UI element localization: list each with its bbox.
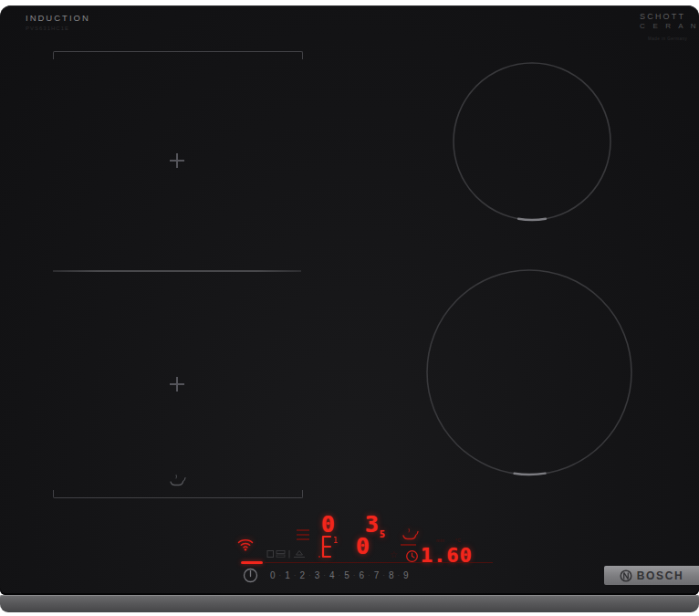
move-mode-indicator bbox=[297, 529, 309, 543]
timer-unit-min: min bbox=[436, 538, 444, 543]
level-separator: · bbox=[294, 571, 297, 579]
bosch-symbol-icon bbox=[620, 569, 632, 582]
power-level-key-3[interactable]: 3 bbox=[315, 570, 320, 580]
hood-control-icon[interactable] bbox=[294, 551, 305, 558]
flex-zone-bottom-bracket bbox=[53, 490, 303, 498]
flex-zone-divider bbox=[53, 270, 301, 272]
glass-fineprint: Made in Germany bbox=[648, 37, 687, 41]
glass-brand-ceran: C E R A N bbox=[640, 22, 699, 30]
restart-icon[interactable] bbox=[276, 551, 285, 558]
flex-zone-top-bracket bbox=[53, 51, 303, 59]
level-separator: · bbox=[353, 571, 356, 579]
power-level-row[interactable]: 0·1·2·3·4·5·6·7·8·9 bbox=[270, 570, 453, 580]
frying-sensor-pan-icon bbox=[168, 473, 186, 487]
flex-indicator-superscript: 1 bbox=[333, 536, 338, 545]
power-level-key-2[interactable]: 2 bbox=[299, 570, 305, 580]
bosch-logo-text: BOSCH bbox=[637, 569, 683, 582]
power-level-key-7[interactable]: 7 bbox=[374, 570, 380, 580]
level-separator: · bbox=[308, 571, 311, 579]
power-level-key-4[interactable]: 4 bbox=[329, 570, 335, 580]
slider-track[interactable] bbox=[265, 562, 493, 563]
slider-active-segment[interactable] bbox=[241, 561, 263, 564]
level-separator: · bbox=[339, 571, 341, 579]
frying-sensor-indicator-icon bbox=[401, 526, 419, 541]
power-level-key-0[interactable]: 0 bbox=[270, 570, 276, 580]
front-zone-center-mark bbox=[170, 377, 184, 392]
glass-brand-schott: SCHOTT bbox=[640, 12, 685, 21]
favourite-icon[interactable]: ☆ bbox=[390, 550, 398, 559]
flex-zone-indicator: 1 bbox=[317, 533, 340, 560]
power-level-key-6[interactable]: 6 bbox=[359, 570, 364, 580]
level-separator: · bbox=[279, 571, 282, 579]
function-key-cluster bbox=[266, 548, 308, 559]
level-separator: · bbox=[368, 571, 370, 579]
power-level-key-5[interactable]: 5 bbox=[344, 570, 350, 580]
bosch-logo-strip: BOSCH bbox=[604, 566, 699, 585]
timer-unit-temp: °C bbox=[455, 538, 461, 543]
induction-label: INDUCTION bbox=[26, 13, 90, 23]
power-key[interactable] bbox=[243, 568, 258, 583]
power-level-key-8[interactable]: 8 bbox=[389, 570, 394, 580]
power-level-key-9[interactable]: 9 bbox=[403, 570, 409, 580]
level-separator: · bbox=[323, 571, 326, 579]
wifi-icon[interactable] bbox=[237, 537, 254, 551]
pause-icon[interactable] bbox=[267, 551, 274, 558]
cooktop: INDUCTION PVS631HC1E SCHOTT C E R A N Ma… bbox=[0, 0, 699, 616]
front-edge-trim bbox=[0, 595, 699, 612]
sensor-underline bbox=[401, 544, 416, 546]
front-right-cooking-zone bbox=[425, 268, 633, 476]
power-level-key-1[interactable]: 1 bbox=[285, 570, 290, 580]
back-zone-center-mark bbox=[170, 153, 184, 168]
front-zone-level-display: 0 bbox=[356, 535, 370, 558]
back-right-cooking-zone bbox=[452, 61, 612, 222]
model-number: PVS631HC1E bbox=[26, 26, 69, 31]
level-separator: · bbox=[382, 571, 385, 579]
power-level-fraction: 5 bbox=[380, 529, 385, 539]
level-separator: · bbox=[397, 571, 400, 579]
timer-clock-icon[interactable] bbox=[405, 549, 419, 563]
